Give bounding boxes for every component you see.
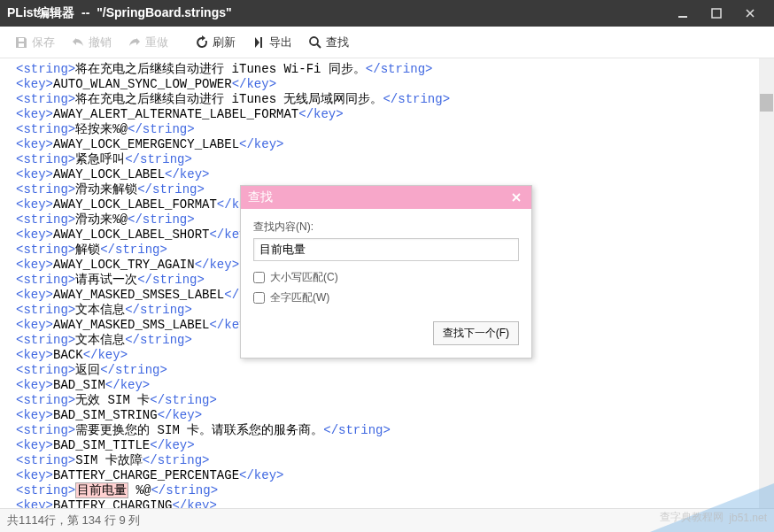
toolbar: 保存 撤销 重做 刷新 导出 查找 (0, 27, 774, 58)
minimize-button[interactable] (666, 0, 700, 27)
vertical-scrollbar[interactable] (759, 58, 774, 508)
redo-button[interactable]: 重做 (120, 31, 175, 54)
code-line[interactable]: <key>AWAY_LOCK_LABEL</key> (16, 167, 743, 182)
code-line[interactable]: <key>BATTERY_CHARGE_PERCENTAGE</key> (16, 468, 743, 483)
close-button[interactable] (733, 0, 767, 27)
code-line[interactable]: <string>SIM 卡故障</string> (16, 453, 743, 468)
find-dialog-close-button[interactable] (508, 189, 524, 205)
find-input[interactable] (253, 238, 519, 261)
svg-rect-1 (712, 9, 721, 18)
svg-line-5 (317, 44, 321, 48)
undo-icon (71, 35, 85, 50)
close-icon (511, 192, 522, 203)
export-icon (252, 35, 266, 50)
case-match-checkbox[interactable]: 大小写匹配(C) (253, 270, 519, 285)
code-line[interactable]: <key>BAD_SIM_TITLE</key> (16, 438, 743, 453)
status-text: 共1114行，第 134 行 9 列 (7, 513, 140, 528)
refresh-icon (195, 35, 209, 50)
code-line[interactable]: <key>AWAY_LOCK_EMERGENCY_LABEL</key> (16, 137, 743, 152)
code-line[interactable]: <string>目前电量 %@</string> (16, 483, 743, 498)
code-line[interactable]: <key>BAD_SIM</key> (16, 378, 743, 393)
redo-icon (128, 35, 142, 50)
svg-point-4 (310, 37, 318, 45)
status-bar: 共1114行，第 134 行 9 列 (0, 508, 774, 532)
maximize-button[interactable] (700, 0, 733, 27)
save-icon (14, 35, 28, 50)
code-line[interactable]: <key>BAD_SIM_STRING</key> (16, 408, 743, 423)
find-next-button[interactable]: 查找下一个(F) (433, 321, 519, 345)
code-line[interactable]: <string>需要更换您的 SIM 卡。请联系您的服务商。</string> (16, 423, 743, 438)
find-dialog-titlebar[interactable]: 查找 (241, 186, 531, 209)
save-button[interactable]: 保存 (7, 31, 62, 54)
find-dialog: 查找 查找内容(N): 大小写匹配(C) 全字匹配(W) 查找下一个(F) (240, 185, 532, 359)
code-line[interactable]: <string>紧急呼叫</string> (16, 152, 743, 167)
window-title: PList编辑器 -- "/SpringBoard.strings" (7, 5, 666, 21)
code-line[interactable]: <string>无效 SIM 卡</string> (16, 393, 743, 408)
code-line[interactable]: <key>BATTERY_CHARGING</key> (16, 498, 743, 508)
export-button[interactable]: 导出 (244, 31, 299, 54)
refresh-button[interactable]: 刷新 (188, 31, 243, 54)
find-input-label: 查找内容(N): (253, 220, 519, 235)
scrollbar-thumb[interactable] (760, 94, 773, 112)
code-line[interactable]: <string>返回</string> (16, 363, 743, 378)
search-icon (308, 35, 322, 50)
code-line[interactable]: <key>AUTO_WLAN_SYNC_LOW_POWER</key> (16, 77, 743, 92)
code-line[interactable]: <string>将在充电之后继续自动进行 iTunes 无线局域网同步。</st… (16, 92, 743, 107)
code-line[interactable]: <string>将在充电之后继续自动进行 iTunes Wi-Fi 同步。</s… (16, 62, 743, 77)
find-button[interactable]: 查找 (301, 31, 356, 54)
code-line[interactable]: <string>轻按来%@</string> (16, 122, 743, 137)
window-titlebar: PList编辑器 -- "/SpringBoard.strings" (0, 0, 774, 27)
find-dialog-title: 查找 (248, 189, 508, 205)
undo-button[interactable]: 撤销 (64, 31, 119, 54)
code-line[interactable]: <key>AWAY_ALERT_ALTERNATE_LABEL_FORMAT</… (16, 107, 743, 122)
svg-rect-0 (678, 16, 687, 18)
whole-word-checkbox[interactable]: 全字匹配(W) (253, 290, 519, 305)
